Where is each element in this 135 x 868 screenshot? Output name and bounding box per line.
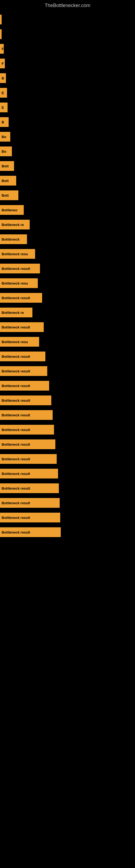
bar-item [0, 14, 2, 24]
bar-item: B [0, 73, 6, 83]
bar-row [0, 27, 135, 41]
bar-item: Bottleneck result [0, 484, 59, 493]
bar-row: Bott [0, 159, 135, 173]
bar-row: Bottleneck result [0, 291, 135, 305]
bar-row: Bottleneck [0, 232, 135, 246]
bar-row: Bottleneck result [0, 481, 135, 495]
bar-row: B [0, 115, 135, 129]
bar-row: Bottleneck result [0, 408, 135, 422]
bar-item: Bottleneck result [0, 425, 54, 435]
bar-item: Bo [0, 132, 10, 142]
bar-row [0, 12, 135, 27]
bar-row: Bottleneck result [0, 364, 135, 378]
bar-item: Bottleneck result [0, 439, 55, 449]
bar-row: Bottleneck result [0, 379, 135, 393]
bar-chart: FFBEEBBoBoBottBottBottBottlenecBottlenec… [0, 12, 135, 540]
bar-item: Bottleneck result [0, 498, 60, 508]
bar-row: Bottleneck result [0, 320, 135, 334]
bar-row: Bott [0, 188, 135, 203]
bar-row: E [0, 86, 135, 100]
bar-item: Bott [0, 190, 18, 200]
bar-item: Bottleneck result [0, 322, 44, 332]
bar-row: Bottleneck re [0, 305, 135, 319]
bar-item: Bottleneck resu [0, 278, 38, 288]
bar-item: Bottleneck re [0, 308, 32, 317]
bar-item: Bottleneck result [0, 410, 53, 420]
bar-item: Bottleneck result [0, 396, 51, 405]
bar-item: Bottleneck result [0, 527, 61, 537]
bar-row: Bottleneck result [0, 467, 135, 480]
bar-row: Bottleneck result [0, 437, 135, 452]
bar-item: Bottleneck result [0, 469, 58, 478]
bar-item: Bottleneck result [0, 513, 60, 522]
bar-row: Bottleneck result [0, 349, 135, 364]
bar-item: Bottleneck result [0, 381, 49, 391]
bar-item: B [0, 117, 9, 127]
bar-row: Bottleneck resu [0, 335, 135, 349]
bar-row: Bottleneck re [0, 218, 135, 231]
bar-row: Bottleneck result [0, 496, 135, 510]
bar-item: Bottleneck result [0, 293, 42, 303]
bar-row: F [0, 42, 135, 56]
bar-row: E [0, 100, 135, 115]
page-title: TheBottlenecker.com [0, 0, 135, 12]
bar-row: Bott [0, 174, 135, 188]
bar-item: Bottleneck result [0, 264, 40, 273]
bar-row: Bottleneck result [0, 261, 135, 276]
bar-item: Bottleneck resu [0, 249, 35, 259]
bar-item: Bottleneck result [0, 454, 57, 464]
bar-item: Bottleneck result [0, 351, 45, 361]
bar-item: Bottleneck result [0, 366, 47, 376]
bar-row: F [0, 56, 135, 70]
bar-row: Bo [0, 144, 135, 158]
bar-item: E [0, 102, 8, 112]
bar-row: Bottleneck result [0, 393, 135, 407]
bar-row: B [0, 71, 135, 85]
bar-row: Bo [0, 130, 135, 144]
bar-item: Bo [0, 147, 12, 156]
bar-row: Bottleneck result [0, 525, 135, 539]
bar-row: Bottleneck result [0, 510, 135, 525]
bar-row: Bottleneck resu [0, 247, 135, 261]
bar-item: Bott [0, 176, 16, 186]
bar-row: Bottleneck resu [0, 276, 135, 290]
bar-item: E [0, 88, 7, 98]
bar-row: Bottleneck result [0, 452, 135, 466]
bar-item: Bottleneck [0, 235, 27, 244]
bar-item: Bottleneck re [0, 220, 30, 229]
bar-item: Bott [0, 161, 14, 171]
bar-item: Bottleneck resu [0, 337, 39, 347]
bar-item: F [0, 59, 5, 68]
bar-item: F [0, 44, 4, 54]
bar-item [0, 29, 2, 39]
bar-row: Bottleneck result [0, 423, 135, 437]
bar-row: Bottlenec [0, 203, 135, 217]
bar-item: Bottlenec [0, 205, 24, 215]
